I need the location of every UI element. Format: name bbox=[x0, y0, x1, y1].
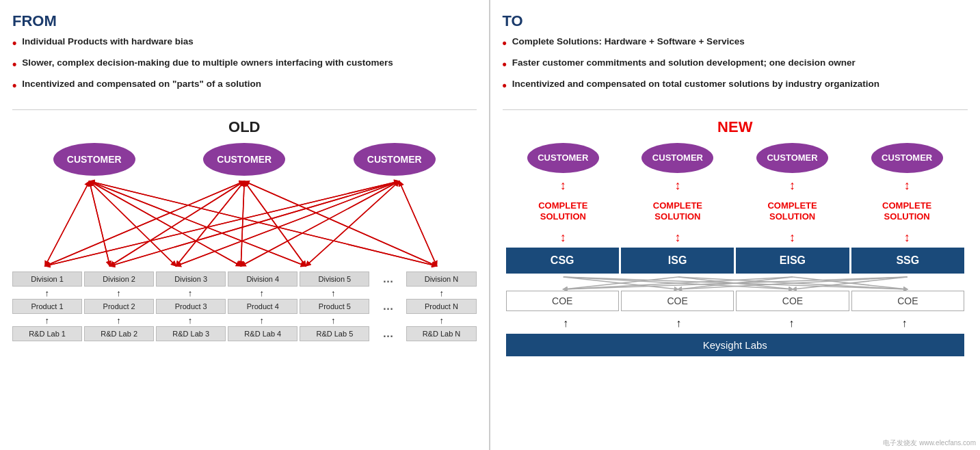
coe-3: COE bbox=[736, 291, 849, 311]
lab-1: R&D Lab 1 bbox=[12, 326, 82, 341]
old-customer-2: CUSTOMER bbox=[203, 143, 285, 176]
ssg-cell: SSG bbox=[851, 248, 964, 274]
new-diagram: CUSTOMER CUSTOMER CUSTOMER CUSTOMER ↕ ↕ … bbox=[503, 143, 968, 443]
prod-5: Product 5 bbox=[300, 299, 369, 314]
ua2: ↑ bbox=[84, 289, 154, 297]
div-5: Division 5 bbox=[300, 272, 369, 287]
sg-row: CSG ISG EISG SSG bbox=[503, 248, 968, 274]
new-col-arrows-1: ↕ ↕ ↕ ↕ bbox=[503, 176, 968, 196]
bullet-1: Individual Products with hardware bias bbox=[12, 36, 477, 52]
ua5: ↑ bbox=[298, 289, 368, 297]
isg-cell: ISG bbox=[621, 248, 734, 274]
up-arrows-2: ↑ ↑ ↑ ↑ ↑ ↑ ↑ bbox=[12, 316, 477, 325]
crossing-arrows-svg bbox=[12, 176, 477, 272]
div-n: Division N bbox=[406, 272, 476, 287]
watermark: 电子发烧友 www.elecfans.com bbox=[883, 438, 976, 448]
ub4: ↑ bbox=[227, 316, 297, 325]
coe-arrows-area bbox=[506, 276, 965, 291]
svg-line-19 bbox=[241, 181, 244, 266]
left-panel: FROM Individual Products with hardware b… bbox=[0, 0, 490, 450]
up-arrows-1: ↑ ↑ ↑ ↑ ↑ ↑ ↑ bbox=[12, 289, 477, 297]
to-title: TO bbox=[503, 12, 968, 30]
old-customer-1: CUSTOMER bbox=[53, 143, 135, 176]
old-customers-row: CUSTOMER CUSTOMER CUSTOMER bbox=[12, 143, 477, 176]
old-customer-3: CUSTOMER bbox=[354, 143, 436, 176]
grid-rows: Division 1 Division 2 Division 3 Divisio… bbox=[12, 272, 477, 341]
lab-5: R&D Lab 5 bbox=[300, 326, 369, 341]
coe-arrows-svg bbox=[506, 276, 965, 291]
lab-dots: … bbox=[371, 326, 404, 341]
div-3: Division 3 bbox=[156, 272, 226, 287]
divisions-row: Division 1 Division 2 Division 3 Divisio… bbox=[12, 272, 477, 287]
new-col-arrows-3: ↑ ↑ ↑ ↑ bbox=[506, 313, 965, 334]
new-customer-3: CUSTOMER bbox=[756, 143, 828, 173]
divider-right bbox=[503, 109, 968, 110]
div-dots: … bbox=[371, 272, 404, 287]
solution-2: COMPLETESOLUTION bbox=[641, 200, 713, 224]
from-bullets: Individual Products with hardware bias S… bbox=[12, 36, 477, 100]
prod-2: Product 2 bbox=[84, 299, 154, 314]
coe-1: COE bbox=[506, 291, 619, 311]
solution-4: COMPLETESOLUTION bbox=[871, 200, 943, 224]
v-arrow-1: ↕ bbox=[527, 178, 599, 193]
v-arrow-5: ↕ bbox=[527, 230, 599, 245]
div-2: Division 2 bbox=[84, 272, 154, 287]
old-diagram: CUSTOMER CUSTOMER CUSTOMER bbox=[12, 143, 477, 443]
ua1: ↑ bbox=[12, 289, 82, 297]
to-bullet-1: Complete Solutions: Hardware + Software … bbox=[503, 36, 968, 52]
complete-solution-row: COMPLETESOLUTION COMPLETESOLUTION COMPLE… bbox=[503, 200, 968, 224]
svg-line-13 bbox=[45, 181, 244, 266]
coe-2: COE bbox=[621, 291, 734, 311]
labs-row: R&D Lab 1 R&D Lab 2 R&D Lab 3 R&D Lab 4 … bbox=[12, 326, 477, 341]
keysight-row: Keysight Labs bbox=[506, 334, 965, 356]
ua4: ↑ bbox=[227, 289, 297, 297]
coe-section: COE COE COE COE bbox=[506, 276, 965, 313]
divider-left bbox=[12, 109, 477, 110]
ub5: ↑ bbox=[298, 316, 368, 325]
v-arrow-4: ↕ bbox=[871, 178, 943, 193]
ub2: ↑ bbox=[84, 316, 154, 325]
v-arrow-6: ↕ bbox=[641, 230, 713, 245]
ua-n: ↑ bbox=[407, 289, 477, 297]
from-title: FROM bbox=[12, 12, 477, 30]
bullet-2: Slower, complex decision-making due to m… bbox=[12, 57, 477, 73]
prod-1: Product 1 bbox=[12, 299, 82, 314]
svg-line-5 bbox=[90, 181, 176, 266]
to-bullets: Complete Solutions: Hardware + Software … bbox=[503, 36, 968, 100]
div-4: Division 4 bbox=[228, 272, 297, 287]
new-diagram-title: NEW bbox=[503, 118, 968, 136]
ub3: ↑ bbox=[155, 316, 225, 325]
old-diagram-title: OLD bbox=[12, 118, 477, 136]
prod-3: Product 3 bbox=[156, 299, 226, 314]
prod-4: Product 4 bbox=[228, 299, 297, 314]
lab-2: R&D Lab 2 bbox=[84, 326, 154, 341]
ub1: ↑ bbox=[12, 316, 82, 325]
ub-n: ↑ bbox=[407, 316, 477, 325]
crossing-arrows-area bbox=[12, 176, 477, 272]
new-customer-2: CUSTOMER bbox=[641, 143, 713, 173]
svg-line-1 bbox=[45, 181, 90, 266]
new-customer-4: CUSTOMER bbox=[871, 143, 943, 173]
new-customers-row: CUSTOMER CUSTOMER CUSTOMER CUSTOMER bbox=[503, 143, 968, 173]
lab-n: R&D Lab N bbox=[406, 326, 476, 341]
new-customer-1: CUSTOMER bbox=[527, 143, 599, 173]
to-bullet-3: Incentivized and compensated on total cu… bbox=[503, 78, 968, 94]
up-arrow-coe-1: ↑ bbox=[509, 317, 622, 330]
svg-line-25 bbox=[45, 181, 399, 266]
coe-row: COE COE COE COE bbox=[506, 291, 965, 311]
v-arrow-3: ↕ bbox=[756, 178, 828, 193]
svg-line-27 bbox=[110, 181, 399, 266]
v-arrow-2: ↕ bbox=[641, 178, 713, 193]
csg-cell: CSG bbox=[506, 248, 619, 274]
eisg-cell: EISG bbox=[736, 248, 849, 274]
right-panel: TO Complete Solutions: Hardware + Softwa… bbox=[490, 0, 981, 450]
bullet-3: Incentivized and compensated on "parts" … bbox=[12, 78, 477, 94]
v-arrow-7: ↕ bbox=[756, 230, 828, 245]
div-1: Division 1 bbox=[12, 272, 82, 287]
products-row: Product 1 Product 2 Product 3 Product 4 … bbox=[12, 299, 477, 314]
new-col-arrows-2: ↕ ↕ ↕ ↕ bbox=[503, 227, 968, 248]
svg-line-35 bbox=[399, 181, 437, 266]
up-arrow-coe-4: ↑ bbox=[848, 317, 961, 330]
coe-4: COE bbox=[851, 291, 964, 311]
v-arrow-8: ↕ bbox=[871, 230, 943, 245]
